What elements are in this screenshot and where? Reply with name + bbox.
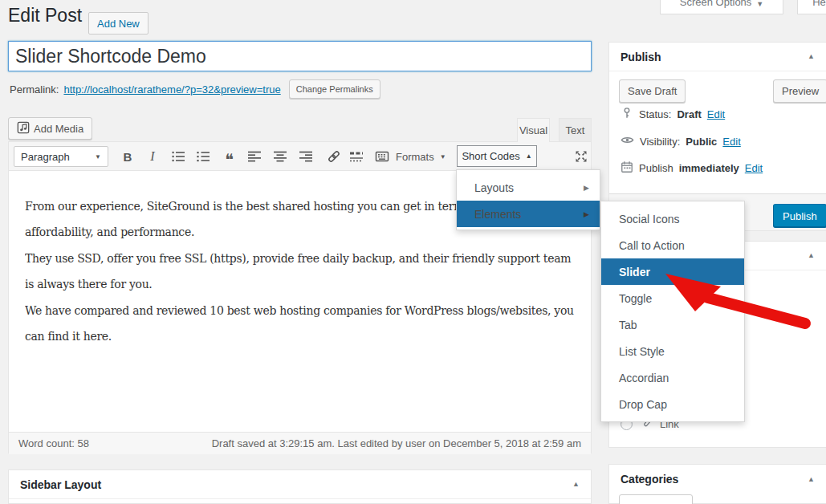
formats-dropdown[interactable]: Formats ▼ (396, 146, 446, 167)
short-codes-label: Short Codes (462, 150, 519, 162)
visibility-row: Visibility: Public Edit (621, 132, 741, 150)
permalink-url-link[interactable]: http://localhost/raratheme/?p=32&preview… (63, 83, 280, 96)
submenu-arrow-icon: ▶ (584, 184, 589, 192)
collapse-icon[interactable]: ▲ (808, 53, 815, 60)
categories-title: Categories (621, 473, 678, 486)
publish-title: Publish (621, 51, 661, 63)
status-label: Status: (639, 108, 671, 120)
page-title: Edit Post (8, 5, 82, 26)
status-pin-icon (621, 107, 633, 122)
submenu-item-call-to-action[interactable]: Call to Action (601, 232, 744, 258)
align-right-icon[interactable] (295, 146, 316, 167)
menu-item-label: Layouts (474, 181, 514, 194)
media-icon (17, 121, 30, 136)
change-permalinks-button[interactable]: Change Permalinks (289, 79, 380, 99)
permalink-label: Permalink: (10, 83, 59, 96)
calendar-icon (621, 161, 633, 176)
chevron-down-icon: ▼ (95, 153, 101, 161)
status-row: Status: Draft Edit (621, 105, 725, 123)
submenu-item-list-style[interactable]: List Style (601, 338, 744, 364)
save-draft-button[interactable]: Save Draft (619, 79, 686, 103)
elements-submenu: Social Icons Call to Action Slider Toggl… (600, 201, 745, 422)
formats-label: Formats (396, 151, 434, 163)
align-left-icon[interactable] (244, 146, 265, 167)
schedule-value: immediately (679, 162, 739, 174)
chevron-down-icon: ▼ (756, 0, 763, 8)
edit-schedule-link[interactable]: Edit (745, 162, 763, 174)
publish-header[interactable]: Publish ▲ (609, 43, 826, 71)
submenu-item-slider[interactable]: Slider (601, 258, 744, 285)
permalink-row: Permalink: http://localhost/raratheme/?p… (10, 79, 380, 99)
short-codes-menu: Layouts ▶ Elements ▶ (456, 169, 600, 230)
paragraph-select[interactable]: Paragraph ▼ (14, 146, 108, 167)
word-count: Word count: 58 (18, 437, 89, 449)
screen-options-tab[interactable]: Screen Options ▼ (660, 0, 783, 14)
submenu-item-tab[interactable]: Tab (601, 311, 744, 338)
submenu-item-accordian[interactable]: Accordian (601, 364, 744, 391)
edit-visibility-link[interactable]: Edit (722, 136, 740, 148)
sidebar-layout-panel: Sidebar Layout ▲ (8, 469, 592, 504)
toolbar-toggle-icon[interactable] (372, 146, 393, 167)
submenu-arrow-icon: ▶ (584, 210, 589, 218)
editor-paragraph-line: We have compared and reviewed 10 best we… (25, 298, 584, 323)
add-media-button[interactable]: Add Media (8, 117, 92, 140)
chevron-down-icon: ▼ (440, 153, 446, 161)
numbered-list-icon[interactable] (193, 146, 214, 167)
edit-post-screen: Screen Options ▼ Help ▼ Edit Post Add Ne… (0, 0, 826, 504)
post-title-input[interactable] (8, 41, 592, 71)
sidebar-layout-title: Sidebar Layout (20, 478, 101, 491)
menu-item-elements[interactable]: Elements ▶ (457, 201, 600, 227)
italic-button[interactable]: I (142, 146, 163, 167)
editor-toolbar: Paragraph ▼ B I ❝ (9, 142, 591, 171)
visibility-label: Visibility: (640, 136, 680, 148)
tab-text[interactable]: Text (559, 118, 592, 142)
help-label: Help (812, 0, 826, 8)
submenu-item-social-icons[interactable]: Social Icons (601, 205, 744, 232)
tab-visual[interactable]: Visual (517, 118, 550, 142)
add-media-label: Add Media (34, 123, 83, 135)
word-count-value: 58 (77, 437, 88, 449)
publish-button[interactable]: Publish (773, 204, 826, 228)
editor-paragraph-line: is always there for you. (25, 271, 584, 297)
read-more-icon[interactable] (346, 146, 367, 167)
editor-statusbar: Word count: 58 Draft saved at 3:29:15 am… (9, 432, 591, 454)
submenu-item-drop-cap[interactable]: Drop Cap (601, 391, 744, 417)
paragraph-select-value: Paragraph (21, 151, 70, 163)
fullscreen-icon[interactable] (571, 146, 592, 167)
categories-header[interactable]: Categories ▲ (609, 465, 826, 494)
screen-options-label: Screen Options (680, 0, 752, 8)
edit-status-link[interactable]: Edit (707, 108, 725, 120)
collapse-icon[interactable]: ▲ (808, 476, 815, 483)
schedule-row: Publish immediately Edit (621, 159, 763, 177)
sidebar-layout-header[interactable]: Sidebar Layout ▲ (9, 470, 591, 499)
bullet-list-icon[interactable] (168, 146, 189, 167)
categories-tab-partial[interactable] (619, 494, 693, 504)
word-count-label: Word count: (18, 437, 75, 449)
editor-paragraph-line: can find it here. (25, 323, 584, 349)
short-codes-dropdown[interactable]: Short Codes ▲ (457, 145, 537, 167)
visibility-value: Public (686, 136, 717, 148)
eye-icon (621, 133, 634, 149)
editor-paragraph-line: They use SSD, offer you free SSL (https)… (25, 246, 584, 271)
align-center-icon[interactable] (270, 146, 291, 167)
chevron-up-icon: ▲ (526, 152, 532, 160)
link-icon[interactable] (323, 146, 344, 167)
collapse-icon[interactable]: ▲ (808, 252, 815, 259)
menu-item-layouts[interactable]: Layouts ▶ (457, 174, 600, 201)
preview-button[interactable]: Preview (773, 79, 826, 103)
draft-saved-status: Draft saved at 3:29:15 am. Last edited b… (212, 437, 581, 449)
schedule-label: Publish (639, 162, 673, 174)
help-tab[interactable]: Help ▼ (797, 0, 826, 14)
status-value: Draft (677, 108, 701, 120)
collapse-icon[interactable]: ▲ (572, 481, 580, 488)
menu-item-label: Elements (474, 208, 521, 221)
submenu-item-toggle[interactable]: Toggle (601, 285, 744, 311)
add-new-button[interactable]: Add New (88, 12, 149, 35)
categories-panel: Categories ▲ (608, 464, 826, 504)
bold-button[interactable]: B (117, 146, 138, 167)
blockquote-icon[interactable]: ❝ (219, 146, 240, 167)
